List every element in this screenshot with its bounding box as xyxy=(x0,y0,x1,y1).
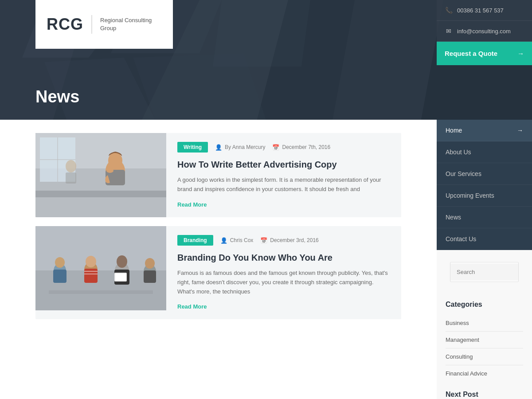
svg-point-39 xyxy=(145,258,155,269)
logo-box: RCG Regional Consulting Group xyxy=(35,0,173,49)
category-management[interactable]: Management xyxy=(446,332,523,348)
post-author-2: 👤 Chris Cox xyxy=(220,237,254,244)
post-tag-1: Writing xyxy=(177,142,208,153)
post-card-1: Writing 👤 By Anna Mercury 📅 December 7th… xyxy=(35,133,401,217)
nav-item-about[interactable]: About Us xyxy=(437,141,532,163)
calendar-icon-1: 📅 xyxy=(272,144,279,151)
svg-rect-41 xyxy=(49,290,153,294)
post-meta-2: Branding 👤 Chris Cox 📅 December 3rd, 201… xyxy=(177,235,390,246)
svg-point-18 xyxy=(108,153,122,168)
svg-point-29 xyxy=(86,256,96,267)
nav-item-events[interactable]: Upcoming Events xyxy=(437,185,532,207)
post-image-1 xyxy=(35,133,166,217)
nav-item-home[interactable]: Home → xyxy=(437,120,532,141)
post-date-2: 📅 December 3rd, 2016 xyxy=(260,237,318,244)
search-input[interactable] xyxy=(450,263,519,281)
nav-item-contact[interactable]: Contact Us xyxy=(437,228,532,250)
category-business[interactable]: Business xyxy=(446,315,523,332)
search-container: 🔍 xyxy=(437,250,532,294)
post-excerpt-2: Famous is as famous does and the famous … xyxy=(177,269,390,296)
category-consulting[interactable]: Consulting xyxy=(446,348,523,365)
post-image-svg-1 xyxy=(35,133,166,217)
email-item: ✉ info@consulting.com xyxy=(437,21,532,42)
svg-rect-37 xyxy=(115,274,126,281)
phone-number: 00386 31 567 537 xyxy=(457,7,504,14)
post-date-1: 📅 December 7th, 2016 xyxy=(272,144,330,151)
author-icon-2: 👤 xyxy=(220,237,227,244)
post-title-1: How To Write Better Advertising Copy xyxy=(177,159,390,170)
email-address: info@consulting.com xyxy=(457,28,511,35)
svg-rect-30 xyxy=(84,269,98,283)
nav-item-services[interactable]: Our Services xyxy=(437,163,532,185)
logo-acronym: RCG xyxy=(47,15,92,34)
svg-rect-27 xyxy=(53,270,66,283)
post-title-2: Branding Do You Know Who You Are xyxy=(177,252,390,263)
logo-full-name: Regional Consulting Group xyxy=(100,16,152,32)
svg-point-20 xyxy=(106,168,113,173)
post-content-2: Branding 👤 Chris Cox 📅 December 3rd, 201… xyxy=(166,226,401,319)
read-more-2[interactable]: Read More xyxy=(177,303,207,310)
page-title: News xyxy=(35,87,79,106)
svg-rect-16 xyxy=(35,191,166,197)
quote-button[interactable]: Request a Quote → xyxy=(437,42,532,65)
arrow-icon: → xyxy=(517,50,524,57)
content-area: Writing 👤 By Anna Mercury 📅 December 7th… xyxy=(0,120,437,399)
category-financial[interactable]: Financial Advice xyxy=(446,365,523,382)
svg-rect-22 xyxy=(66,172,76,184)
post-tag-2: Branding xyxy=(177,235,213,246)
categories-title: Categories xyxy=(446,301,523,309)
post-image-svg-2 xyxy=(35,226,166,310)
svg-rect-40 xyxy=(144,270,156,283)
svg-point-34 xyxy=(117,255,127,268)
post-author-1: 👤 By Anna Mercury xyxy=(215,144,265,151)
next-post-heading: Next Post xyxy=(446,391,523,399)
author-icon-1: 👤 xyxy=(215,144,222,151)
svg-marker-10 xyxy=(133,53,266,120)
header-right: 📞 00386 31 567 537 ✉ info@consulting.com… xyxy=(437,0,532,65)
post-card-2: Branding 👤 Chris Cox 📅 December 3rd, 201… xyxy=(35,226,401,319)
phone-item: 📞 00386 31 567 537 xyxy=(437,0,532,21)
phone-icon: 📞 xyxy=(445,6,453,14)
nav-menu: Home → About Us Our Services Upcoming Ev… xyxy=(437,120,532,250)
svg-point-21 xyxy=(66,160,76,172)
svg-point-26 xyxy=(55,257,65,268)
nav-arrow-home: → xyxy=(517,127,523,134)
post-meta-1: Writing 👤 By Anna Mercury 📅 December 7th… xyxy=(177,142,390,153)
post-image-2 xyxy=(35,226,166,310)
post-content-1: Writing 👤 By Anna Mercury 📅 December 7th… xyxy=(166,133,401,217)
post-excerpt-1: A good logo works in the simplest form. … xyxy=(177,176,390,194)
calendar-icon-2: 📅 xyxy=(260,237,267,244)
email-icon: ✉ xyxy=(445,27,453,35)
next-post-section: Next Post Next Title is About The xyxy=(437,386,532,399)
sidebar: Home → About Us Our Services Upcoming Ev… xyxy=(437,120,532,399)
search-box: 🔍 xyxy=(450,262,519,282)
nav-item-news[interactable]: News xyxy=(437,207,532,228)
categories-section: Categories Business Management Consultin… xyxy=(437,294,532,386)
read-more-1[interactable]: Read More xyxy=(177,201,207,208)
